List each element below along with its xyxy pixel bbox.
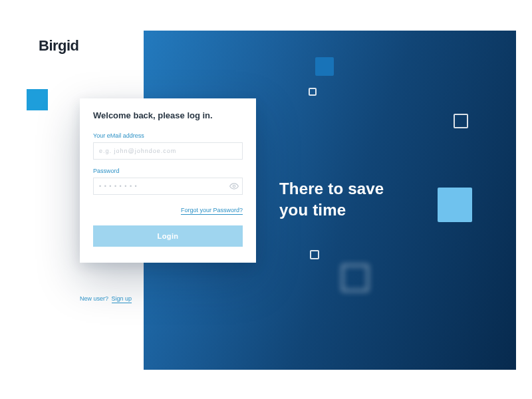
- deco-square-icon: [309, 88, 317, 96]
- svg-point-0: [233, 185, 235, 188]
- hero-line-2: you time: [279, 200, 384, 221]
- card-title: Welcome back, please log in.: [93, 110, 243, 120]
- email-label: Your eMail address: [93, 132, 243, 139]
- signup-prompt: New user?: [80, 295, 108, 302]
- brand-logo: Birgid: [39, 37, 79, 55]
- email-input[interactable]: [93, 142, 243, 160]
- login-card: Welcome back, please log in. Your eMail …: [80, 98, 256, 263]
- deco-square-icon: [310, 250, 319, 259]
- forgot-password-link[interactable]: Forgot your Password?: [181, 207, 243, 215]
- eye-icon[interactable]: [229, 182, 239, 191]
- deco-square-icon: [454, 114, 468, 128]
- hero-tagline: There to save you time: [279, 178, 384, 221]
- deco-square-icon: [315, 57, 334, 76]
- brand-name: Birgid: [39, 37, 79, 54]
- deco-square-icon: [438, 188, 472, 222]
- signup-link[interactable]: Sign up: [112, 295, 132, 303]
- email-field-group: Your eMail address: [93, 132, 243, 160]
- accent-square-icon: [27, 89, 48, 110]
- signup-row: New user? Sign up: [80, 295, 132, 302]
- password-input[interactable]: [93, 178, 243, 195]
- password-label: Password: [93, 168, 243, 174]
- hero-line-1: There to save: [279, 178, 384, 200]
- login-button[interactable]: Login: [93, 225, 243, 247]
- deco-square-icon: [342, 265, 368, 291]
- password-field-group: Password: [93, 168, 243, 195]
